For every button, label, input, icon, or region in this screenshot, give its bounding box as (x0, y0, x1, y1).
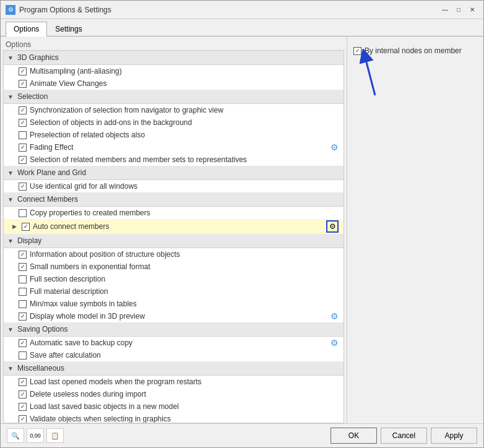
option-text-load-last: Load last opened models when the program… (30, 377, 202, 386)
list-item: Information about position of structure … (4, 248, 344, 261)
option-text-animate: Animate View Changes (30, 79, 107, 88)
option-text-minmax: Min/max value symbols in tables (30, 299, 137, 308)
checkbox-animate[interactable] (19, 80, 27, 88)
dialog-buttons: OK Cancel Apply (331, 428, 477, 444)
section-misc-toggle[interactable]: ▼ (7, 365, 15, 372)
checkbox-small-numbers[interactable] (19, 263, 27, 271)
list-item: Multisampling (anti-aliasing) (4, 65, 344, 77)
checkbox-selection-addons[interactable] (19, 119, 27, 127)
number-icon-button[interactable]: 0,00 (27, 428, 44, 443)
checkbox-position-info[interactable] (19, 251, 27, 259)
apply-button[interactable]: Apply (431, 428, 477, 444)
checkbox-load-basic[interactable] (19, 403, 27, 411)
checkbox-save-calc[interactable] (19, 351, 27, 360)
cancel-button[interactable]: Cancel (381, 428, 427, 444)
checkbox-copy-properties[interactable] (19, 209, 27, 217)
section-saving-toggle[interactable]: ▼ (7, 326, 15, 333)
titlebar-left: ⚙ Program Options & Settings (6, 5, 111, 15)
tab-options[interactable]: Options (6, 22, 47, 37)
list-item: Display whole model in 3D preview ⚙ (4, 310, 344, 322)
checkbox-preselection[interactable] (19, 131, 27, 139)
checkbox-delete-nodes[interactable] (19, 390, 27, 398)
options-list: ▼ 3D Graphics Multisampling (anti-aliasi… (3, 50, 344, 423)
right-panel: By internal nodes on member (347, 37, 483, 423)
checkbox-auto-save[interactable] (19, 339, 27, 347)
left-panel: Options ▼ 3D Graphics Multisampling (ant… (1, 37, 347, 423)
option-text-auto-save: Automatic save to backup copy (30, 338, 132, 347)
section-3d-graphics-toggle[interactable]: ▼ (7, 54, 15, 61)
option-text-sync: Synchronization of selection from naviga… (30, 106, 223, 114)
checkbox-auto-connect[interactable] (22, 223, 30, 231)
checkbox-3d-preview[interactable] (19, 312, 27, 321)
bottom-left-icons: 🔍 0,00 📋 (7, 428, 64, 443)
section-misc-title: Miscellaneous (17, 364, 64, 373)
section-connect-members-items: Copy properties to created members ▶ Aut… (4, 207, 344, 234)
list-item: Load last saved basic objects in a new m… (4, 400, 344, 413)
option-text-identical-grid: Use identical grid for all windows (30, 182, 137, 191)
blue-arrow-indicator (360, 49, 391, 98)
list-item: Selection of objects in add-ons in the b… (4, 116, 344, 129)
section-display-header: ▼ Display (4, 234, 344, 248)
tab-settings[interactable]: Settings (47, 22, 90, 36)
clipboard-icon-button[interactable]: 📋 (46, 428, 64, 443)
checkbox-related-members[interactable] (19, 156, 27, 164)
option-text-delete-nodes: Delete useless nodes during import (30, 390, 146, 398)
ok-button[interactable]: OK (331, 428, 377, 444)
list-item: Save after calculation (4, 349, 344, 361)
section-workplane-header: ▼ Work Plane and Grid (4, 166, 344, 180)
section-selection-items: Synchronization of selection from naviga… (4, 104, 344, 166)
section-misc-header: ▼ Miscellaneous (4, 361, 344, 376)
maximize-button[interactable]: □ (452, 4, 465, 15)
close-button[interactable]: ✕ (466, 4, 478, 15)
checkbox-load-last[interactable] (19, 378, 27, 386)
gear-icon-saving[interactable]: ⚙ (331, 338, 339, 348)
checkbox-validate[interactable] (19, 415, 27, 423)
section-display-toggle[interactable]: ▼ (7, 238, 15, 244)
gear-icon-selection[interactable]: ⚙ (331, 142, 339, 152)
checkbox-minmax[interactable] (19, 300, 27, 308)
list-item: Synchronization of selection from naviga… (4, 104, 344, 116)
minimize-button[interactable]: — (439, 4, 451, 15)
list-item: Delete useless nodes during import (4, 388, 344, 400)
section-connect-members-toggle[interactable]: ▼ (7, 196, 15, 203)
section-workplane-toggle[interactable]: ▼ (7, 170, 15, 176)
gear-icon-display[interactable]: ⚙ (331, 311, 339, 321)
checkbox-fading[interactable] (19, 144, 27, 152)
section-connect-members-title: Connect Members (17, 195, 78, 204)
titlebar-controls: — □ ✕ (439, 4, 478, 15)
option-text-full-section: Full section description (30, 275, 105, 283)
section-3d-graphics-title: 3D Graphics (17, 53, 59, 62)
checkbox-identical-grid[interactable] (19, 183, 27, 191)
checkbox-full-section[interactable] (19, 275, 27, 283)
list-item: Min/max value symbols in tables (4, 298, 344, 310)
section-selection-title: Selection (17, 92, 48, 101)
checkbox-sync[interactable] (19, 106, 27, 114)
list-item: Fading Effect ⚙ (4, 141, 344, 153)
section-connect-members-header: ▼ Connect Members (4, 192, 344, 207)
option-text-multisampling: Multisampling (anti-aliasing) (30, 67, 122, 75)
section-selection-toggle[interactable]: ▼ (7, 93, 15, 100)
section-display-title: Display (17, 236, 41, 245)
section-saving-title: Saving Options (17, 325, 67, 334)
gear-button-auto-connect[interactable]: ⚙ (326, 220, 339, 233)
option-text-preselection: Preselection of related objects also (30, 131, 145, 139)
section-saving-header: ▼ Saving Options (4, 322, 344, 337)
list-item-auto-connect: ▶ Auto connect members ⚙ (4, 219, 344, 234)
option-text-3d-preview: Display whole model in 3D preview (30, 312, 145, 321)
checkbox-full-material[interactable] (19, 288, 27, 296)
list-item: Preselection of related objects also (4, 129, 344, 141)
list-item: Automatic save to backup copy ⚙ (4, 337, 344, 349)
option-text-copy-properties: Copy properties to created members (30, 209, 150, 217)
option-text-load-basic: Load last saved basic objects in a new m… (30, 402, 179, 411)
option-text-full-material: Full material description (30, 287, 108, 296)
checkbox-multisampling[interactable] (19, 67, 27, 75)
window-title: Program Options & Settings (19, 6, 111, 14)
tab-bar: Options Settings (1, 19, 483, 37)
list-item: Selection of related members and member … (4, 153, 344, 166)
section-3d-graphics-header: ▼ 3D Graphics (4, 51, 344, 65)
list-item: Animate View Changes (4, 77, 344, 90)
expand-arrow-icon[interactable]: ▶ (12, 223, 19, 230)
section-3d-graphics-items: Multisampling (anti-aliasing) Animate Vi… (4, 65, 344, 90)
app-icon: ⚙ (6, 5, 15, 15)
search-icon-button[interactable]: 🔍 (7, 428, 24, 443)
